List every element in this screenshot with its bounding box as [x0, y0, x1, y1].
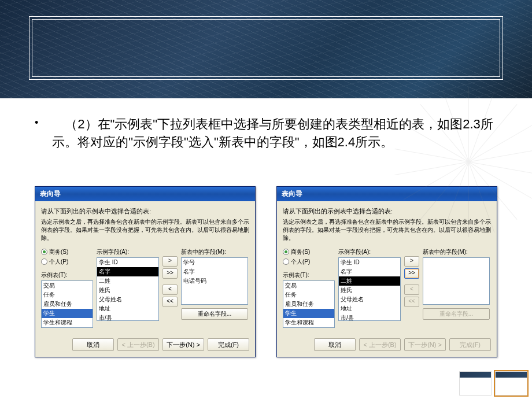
prev-button[interactable]: < 上一步(B) — [359, 338, 401, 351]
dialog-body: 请从下面列出的示例表中选择合适的表: 选定示例表之后，再选择准备包含在新表中的示… — [277, 201, 497, 334]
new-fields-listbox[interactable]: 学号名字电话号码 — [181, 257, 248, 305]
instruction-subtext: 选定示例表之后，再选择准备包含在新表中的示例字段。新表可以包含来自多个示例表的字… — [41, 218, 249, 242]
sample-fields-listbox[interactable]: 学生 ID名字二姓姓氏父母姓名地址市/县省/市/自治区邮政编码 — [338, 257, 401, 321]
list-item[interactable]: 名字 — [339, 267, 400, 276]
radio-dot-icon — [283, 258, 289, 265]
cancel-button[interactable]: 取消 — [314, 338, 356, 351]
dialog-button-bar: 取消 < 上一步(B) 下一步(N) > 完成(F) — [35, 334, 255, 357]
column-categories: 商务(S) 个人(P) 示例表(T): 交易任务雇员和任务学生学生和课程 — [41, 248, 93, 328]
sample-tables-label: 示例表(T): — [41, 271, 93, 279]
list-item[interactable]: 名字 — [97, 267, 158, 276]
radio-personal[interactable]: 个人(P) — [41, 258, 93, 266]
list-item[interactable]: 雇员和任务 — [283, 300, 334, 309]
slide-thumbnail[interactable] — [495, 371, 527, 396]
radio-business-label: 商务(S) — [49, 248, 68, 256]
radio-dot-icon — [283, 249, 289, 255]
list-item[interactable]: 交易 — [42, 281, 93, 290]
instruction-text: 请从下面列出的示例表中选择合适的表: — [41, 207, 249, 216]
list-item[interactable]: 父母姓名 — [97, 295, 158, 304]
slide-thumbnail[interactable] — [459, 371, 492, 396]
add-field-button[interactable]: > — [404, 256, 419, 267]
sample-fields-label: 示例字段(A): — [338, 248, 401, 256]
sample-tables-label: 示例表(T): — [283, 271, 335, 279]
next-button[interactable]: 下一步(N) > — [404, 338, 446, 351]
rename-field-button[interactable]: 重命名字段... — [181, 308, 248, 320]
instruction-text: 请从下面列出的示例表中选择合适的表: — [283, 207, 491, 216]
new-fields-listbox[interactable] — [423, 257, 490, 305]
transfer-buttons: > >> < << — [404, 256, 419, 307]
column-sample-fields: 示例字段(A): 学生 ID名字二姓姓氏父母姓名地址市/县省/市/自治区邮政编码 — [338, 248, 401, 321]
remove-all-fields-button: << — [404, 297, 419, 307]
remove-field-button[interactable]: < — [162, 285, 178, 295]
title-placeholder-inner — [32, 19, 500, 77]
remove-field-button: < — [404, 285, 419, 295]
next-button[interactable]: 下一步(N) > — [162, 338, 204, 351]
list-item[interactable]: 雇员和任务 — [42, 300, 93, 309]
column-new-fields: 新表中的字段(M): 学号名字电话号码 重命名字段... — [181, 248, 248, 320]
list-item[interactable]: 姓氏 — [339, 286, 400, 295]
list-item[interactable]: 二姓 — [339, 276, 400, 286]
bullet-item: • （2）在"示例表"下拉列表框中选择与所要创建的表类型相近的表，如图2.3所示… — [35, 116, 497, 152]
list-item[interactable]: 学生和课程 — [42, 318, 93, 327]
transfer-buttons: > >> < << — [162, 256, 178, 307]
list-item[interactable]: 市/县 — [97, 313, 158, 321]
remove-all-fields-button[interactable]: << — [162, 297, 178, 307]
radio-dot-icon — [41, 258, 47, 265]
list-item[interactable]: 学生 — [42, 309, 93, 318]
radio-business[interactable]: 商务(S) — [283, 248, 335, 256]
table-wizard-dialog-left: 表向导 请从下面列出的示例表中选择合适的表: 选定示例表之后，再选择准备包含在新… — [35, 186, 256, 357]
bullet-text: （2）在"示例表"下拉列表框中选择与所要创建的表类型相近的表，如图2.3所示。将… — [52, 116, 497, 152]
add-all-fields-button[interactable]: >> — [404, 268, 419, 279]
instruction-subtext: 选定示例表之后，再选择准备包含在新表中的示例字段。新表可以包含来自多个示例表的字… — [283, 218, 491, 242]
radio-business[interactable]: 商务(S) — [41, 248, 93, 256]
sample-fields-label: 示例字段(A): — [97, 248, 159, 256]
list-item[interactable]: 地址 — [339, 304, 400, 313]
sample-tables-listbox[interactable]: 交易任务雇员和任务学生学生和课程 — [283, 280, 335, 328]
slide-header — [0, 0, 532, 98]
title-placeholder — [29, 16, 503, 80]
dialog-title: 表向导 — [277, 187, 497, 201]
column-sample-fields: 示例字段(A): 学生 ID名字二姓姓氏父母姓名地址市/县省/市/自治区邮政编码 — [97, 248, 159, 321]
add-field-button[interactable]: > — [162, 256, 178, 267]
radio-dot-icon — [41, 249, 47, 255]
list-item[interactable]: 电话号码 — [182, 276, 247, 286]
rename-field-button: 重命名字段... — [423, 308, 490, 320]
radio-personal-label: 个人(P) — [291, 258, 310, 266]
list-item[interactable]: 市/县 — [339, 313, 400, 321]
dialog-title: 表向导 — [35, 187, 255, 201]
list-item[interactable]: 学号 — [182, 258, 247, 267]
list-item[interactable]: 学生 ID — [97, 258, 158, 267]
sample-fields-listbox[interactable]: 学生 ID名字二姓姓氏父母姓名地址市/县省/市/自治区邮政编码 — [97, 257, 159, 321]
column-categories: 商务(S) 个人(P) 示例表(T): 交易任务雇员和任务学生学生和课程 — [283, 248, 335, 328]
finish-button[interactable]: 完成(F) — [449, 338, 491, 351]
dialog-button-bar: 取消 < 上一步(B) 下一步(N) > 完成(F) — [277, 334, 497, 357]
bullet-marker: • — [35, 116, 38, 152]
list-item[interactable]: 地址 — [97, 304, 158, 313]
list-item[interactable]: 二姓 — [97, 276, 158, 286]
list-item[interactable]: 姓氏 — [97, 286, 158, 295]
list-item[interactable]: 学生 — [283, 309, 334, 318]
new-fields-label: 新表中的字段(M): — [423, 248, 490, 256]
cancel-button[interactable]: 取消 — [72, 338, 114, 351]
list-item[interactable]: 任务 — [42, 290, 93, 300]
radio-personal-label: 个人(P) — [49, 258, 68, 266]
list-item[interactable]: 学生 ID — [339, 258, 400, 267]
list-item[interactable]: 交易 — [283, 281, 334, 290]
radio-personal[interactable]: 个人(P) — [283, 258, 335, 266]
add-all-fields-button[interactable]: >> — [162, 268, 178, 279]
column-new-fields: 新表中的字段(M): 重命名字段... — [423, 248, 490, 320]
new-fields-label: 新表中的字段(M): — [181, 248, 248, 256]
sample-tables-listbox[interactable]: 交易任务雇员和任务学生学生和课程 — [41, 280, 93, 328]
list-item[interactable]: 任务 — [283, 290, 334, 300]
prev-button[interactable]: < 上一步(B) — [117, 338, 159, 351]
list-item[interactable]: 名字 — [182, 267, 247, 276]
list-item[interactable]: 学生和课程 — [283, 318, 334, 327]
slide-body: • （2）在"示例表"下拉列表框中选择与所要创建的表类型相近的表，如图2.3所示… — [0, 98, 532, 357]
dialog-body: 请从下面列出的示例表中选择合适的表: 选定示例表之后，再选择准备包含在新表中的示… — [35, 201, 255, 334]
list-item[interactable]: 父母姓名 — [339, 295, 400, 304]
finish-button[interactable]: 完成(F) — [208, 338, 249, 351]
table-wizard-dialog-right: 表向导 请从下面列出的示例表中选择合适的表: 选定示例表之后，再选择准备包含在新… — [276, 186, 497, 357]
radio-business-label: 商务(S) — [291, 248, 310, 256]
slide-thumbnails — [459, 371, 527, 396]
dialogs-row: 表向导 请从下面列出的示例表中选择合适的表: 选定示例表之后，再选择准备包含在新… — [35, 186, 497, 357]
